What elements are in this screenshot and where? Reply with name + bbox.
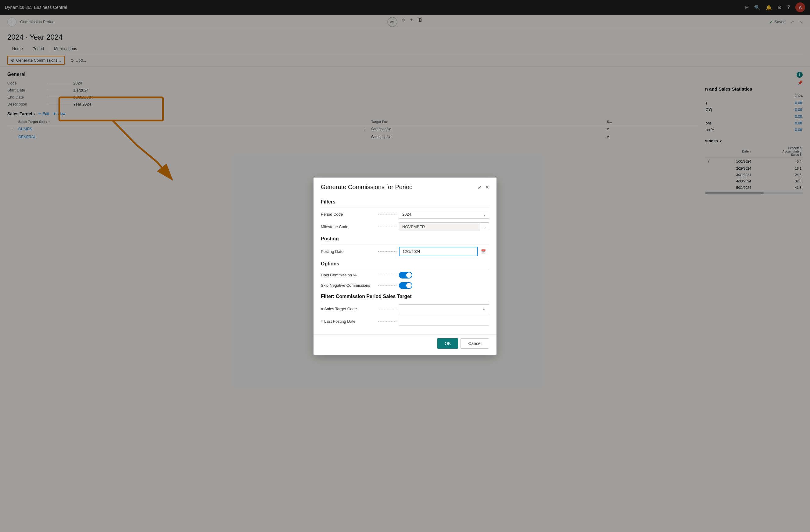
ok-button[interactable]: OK <box>437 338 458 349</box>
modal-footer: OK Cancel <box>313 334 497 355</box>
sales-target-code-filter-select[interactable] <box>399 304 489 313</box>
skip-negative-toggle[interactable] <box>399 282 412 289</box>
period-code-dots <box>378 214 396 214</box>
milestone-code-lookup-button[interactable]: ··· <box>479 222 489 231</box>
skip-negative-field: Skip Negative Commissions <box>321 282 489 289</box>
posting-date-dots <box>378 251 396 252</box>
modal-header: Generate Commissions for Period ⤢ ✕ <box>313 178 497 194</box>
sales-target-code-filter-dots <box>378 309 396 309</box>
period-code-field: Period Code 2024 <box>321 210 489 219</box>
milestone-code-input[interactable] <box>399 222 479 231</box>
posting-date-calendar-button[interactable]: 📅 <box>477 247 489 256</box>
milestone-code-label: Milestone Code <box>321 225 376 229</box>
period-code-label: Period Code <box>321 212 376 216</box>
hold-commission-field: Hold Commission % <box>321 272 489 278</box>
filter-target-section-title: Filter: Commission Period Sales Target <box>321 294 489 302</box>
period-code-select-wrapper: 2024 <box>399 210 489 219</box>
modal-overlay: Generate Commissions for Period ⤢ ✕ Filt… <box>0 0 810 532</box>
cancel-button[interactable]: Cancel <box>460 338 489 349</box>
sales-target-code-filter-field: × Sales Target Code <box>321 304 489 313</box>
skip-negative-dots <box>378 285 396 286</box>
modal-header-icons: ⤢ ✕ <box>477 184 489 190</box>
hold-commission-label: Hold Commission % <box>321 273 376 277</box>
sales-target-code-filter-wrapper <box>399 304 489 313</box>
generate-commissions-modal: Generate Commissions for Period ⤢ ✕ Filt… <box>313 178 497 355</box>
milestone-code-dots <box>378 227 396 227</box>
sales-target-code-filter-label: × Sales Target Code <box>321 307 376 311</box>
last-posting-date-input[interactable] <box>399 317 489 326</box>
close-icon[interactable]: ✕ <box>485 184 489 190</box>
last-posting-date-dots <box>378 321 396 322</box>
hold-commission-dots <box>378 275 396 275</box>
skip-negative-label: Skip Negative Commissions <box>321 283 376 288</box>
modal-body: Filters Period Code 2024 Milestone Code … <box>313 194 497 334</box>
period-code-select[interactable]: 2024 <box>399 210 489 219</box>
expand-icon[interactable]: ⤢ <box>477 184 482 190</box>
options-section-title: Options <box>321 261 489 269</box>
posting-date-input[interactable] <box>399 247 477 256</box>
posting-date-label: Posting Date <box>321 249 376 254</box>
last-posting-date-label: × Last Posting Date <box>321 319 376 324</box>
milestone-code-field: Milestone Code ··· <box>321 222 489 231</box>
last-posting-date-field: × Last Posting Date <box>321 317 489 326</box>
filters-section-title: Filters <box>321 199 489 207</box>
posting-section-title: Posting <box>321 236 489 244</box>
hold-commission-toggle[interactable] <box>399 272 412 278</box>
posting-date-field: Posting Date 📅 <box>321 247 489 256</box>
modal-title: Generate Commissions for Period <box>321 184 412 191</box>
